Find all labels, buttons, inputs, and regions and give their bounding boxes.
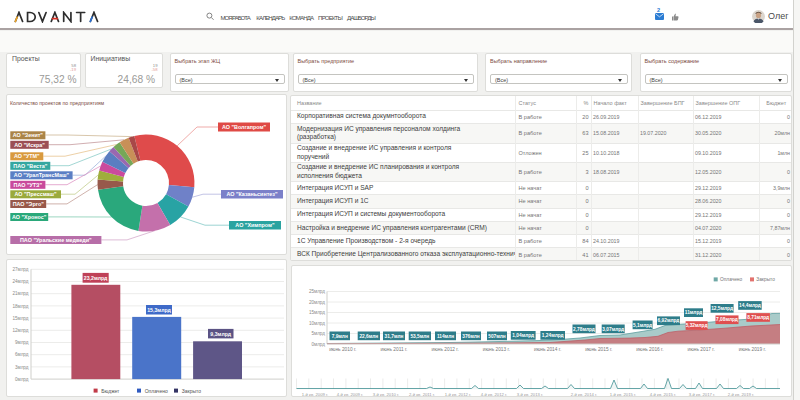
svg-text:МОЯ РАБОТА: МОЯ РАБОТА bbox=[221, 14, 252, 21]
svg-text:АО "Волгапром": АО "Волгапром" bbox=[222, 124, 267, 130]
svg-text:Закрыто: Закрыто bbox=[182, 387, 202, 393]
svg-text:15млрд: 15млрд bbox=[12, 315, 28, 320]
svg-text:АО "Прессмаш": АО "Прессмаш" bbox=[15, 191, 58, 197]
svg-text:июнь 2014 г.: июнь 2014 г. bbox=[534, 346, 561, 351]
svg-text:1-й кв. 2015 г.: 1-й кв. 2015 г. bbox=[610, 391, 636, 396]
svg-text:ПАО "Эрго": ПАО "Эрго" bbox=[13, 201, 45, 207]
svg-text:23,2млрд: 23,2млрд bbox=[84, 274, 108, 280]
svg-text:12,5млрд: 12,5млрд bbox=[711, 306, 733, 311]
svg-text:2,78млрд: 2,78млрд bbox=[573, 326, 595, 331]
svg-text:июнь 2012 г.: июнь 2012 г. bbox=[432, 346, 459, 351]
svg-text:20млрд: 20млрд bbox=[309, 299, 325, 304]
svg-text:9млрд: 9млрд bbox=[15, 340, 29, 345]
svg-text:5млрд: 5млрд bbox=[311, 331, 325, 336]
svg-text:10млрд: 10млрд bbox=[309, 320, 325, 325]
svg-text:3-й кв. 2017 г.: 3-й кв. 2017 г. bbox=[689, 391, 715, 396]
svg-text:6млрд: 6млрд bbox=[15, 352, 29, 357]
svg-text:31,7млн: 31,7млн bbox=[385, 333, 404, 338]
svg-text:ДАШБОРДЫ: ДАШБОРДЫ bbox=[347, 14, 376, 21]
svg-text:2-й кв. 2014 г.: 2-й кв. 2014 г. bbox=[571, 391, 597, 396]
svg-text:КАЛЕНДАРЬ: КАЛЕНДАРЬ bbox=[256, 14, 285, 21]
svg-text:18млрд: 18млрд bbox=[12, 303, 28, 308]
svg-text:1-й кв. 2012 г.: 1-й кв. 2012 г. bbox=[445, 391, 471, 396]
svg-text:ПАО "Веста": ПАО "Веста" bbox=[13, 163, 47, 169]
svg-text:АО "Искра": АО "Искра" bbox=[14, 142, 45, 148]
svg-text:53,5млн: 53,5млн bbox=[410, 333, 429, 338]
svg-text:376млн: 376млн bbox=[462, 333, 480, 338]
svg-text:25млрд: 25млрд bbox=[309, 289, 325, 294]
svg-text:июнь 2015 г.: июнь 2015 г. bbox=[585, 346, 612, 351]
svg-text:3млрд: 3млрд bbox=[15, 364, 29, 369]
svg-text:7,08млрд: 7,08млрд bbox=[716, 317, 738, 322]
svg-text:1,24млрд: 1,24млрд bbox=[542, 333, 564, 338]
svg-text:4-й кв. 2012 г.: 4-й кв. 2012 г. bbox=[481, 391, 507, 396]
svg-text:июнь 2017 г.: июнь 2017 г. bbox=[688, 346, 715, 351]
svg-text:0млрд: 0млрд bbox=[311, 341, 325, 346]
svg-text:ПАО "УТЗ": ПАО "УТЗ" bbox=[14, 182, 43, 188]
svg-text:ПАО "Уральские медведи": ПАО "Уральские медведи" bbox=[20, 237, 92, 243]
svg-text:АО "Хронос": АО "Хронос" bbox=[12, 214, 47, 220]
svg-text:июнь 2011 г.: июнь 2011 г. bbox=[381, 346, 408, 351]
svg-text:1-й кв. 2009 г.: 1-й кв. 2009 г. bbox=[302, 391, 328, 396]
svg-text:июнь 2019 г.: июнь 2019 г. bbox=[739, 346, 766, 351]
svg-text:3,07млрд: 3,07млрд bbox=[602, 326, 624, 331]
svg-text:4-й кв. 2009 г.: 4-й кв. 2009 г. bbox=[337, 391, 363, 396]
svg-text:3-й кв. 2010 г.: 3-й кв. 2010 г. bbox=[373, 391, 399, 396]
svg-text:15,3млрд: 15,3млрд bbox=[147, 306, 171, 312]
svg-text:Бюджет: Бюджет bbox=[101, 387, 120, 393]
svg-text:июнь 2016 г.: июнь 2016 г. bbox=[636, 346, 663, 351]
svg-text:КОМАНДА: КОМАНДА bbox=[289, 14, 315, 21]
svg-text:АО "Казаньсинтез": АО "Казаньсинтез" bbox=[226, 191, 278, 197]
svg-text:Оплачено: Оплачено bbox=[720, 277, 743, 282]
svg-text:АО "Зенит": АО "Зенит" bbox=[13, 132, 44, 138]
svg-text:1,04млрд: 1,04млрд bbox=[512, 333, 534, 338]
svg-text:июнь 2013 г.: июнь 2013 г. bbox=[483, 346, 510, 351]
svg-text:Оплачено: Оплачено bbox=[145, 387, 168, 393]
svg-text:Закрыто: Закрыто bbox=[756, 277, 775, 282]
svg-text:507млн: 507млн bbox=[488, 333, 506, 338]
svg-text:2-й кв. 2019 г.: 2-й кв. 2019 г. bbox=[728, 391, 754, 396]
svg-text:21млрд: 21млрд bbox=[12, 291, 28, 296]
svg-text:8,71млрд: 8,71млрд bbox=[747, 315, 769, 320]
svg-text:АО "УралТрансМаш": АО "УралТрансМаш" bbox=[14, 172, 70, 178]
svg-text:АО "Химпром": АО "Химпром" bbox=[235, 222, 275, 228]
svg-text:22,6млн: 22,6млн bbox=[359, 333, 378, 338]
svg-text:15млрд: 15млрд bbox=[309, 310, 325, 315]
svg-text:114млн: 114млн bbox=[437, 333, 454, 338]
svg-text:0млрд: 0млрд bbox=[15, 376, 29, 381]
svg-text:ПРОЕКТЫ: ПРОЕКТЫ bbox=[318, 14, 343, 21]
svg-text:11млрд: 11млрд bbox=[685, 310, 703, 315]
svg-text:7,9млн: 7,9млн bbox=[332, 333, 348, 338]
svg-text:АО "УТМ": АО "УТМ" bbox=[14, 153, 40, 159]
svg-text:4-й кв. 2015 г.: 4-й кв. 2015 г. bbox=[650, 391, 676, 396]
svg-text:24млрд: 24млрд bbox=[12, 279, 28, 284]
svg-text:14,4млрд: 14,4млрд bbox=[739, 303, 761, 308]
svg-text:6,92млрд: 6,92млрд bbox=[658, 318, 680, 323]
svg-text:27млрд: 27млрд bbox=[12, 267, 28, 272]
svg-text:3-й кв. 2013 г.: 3-й кв. 2013 г. bbox=[517, 391, 543, 396]
svg-text:2-й кв. 2011 г.: 2-й кв. 2011 г. bbox=[409, 391, 435, 396]
svg-text:5,1млрд: 5,1млрд bbox=[633, 322, 652, 327]
svg-text:5,32млрд: 5,32млрд bbox=[686, 323, 708, 328]
svg-text:12млрд: 12млрд bbox=[12, 328, 28, 333]
svg-text:июнь 2010 г.: июнь 2010 г. bbox=[329, 346, 356, 351]
svg-text:9,3млрд: 9,3млрд bbox=[210, 330, 231, 336]
